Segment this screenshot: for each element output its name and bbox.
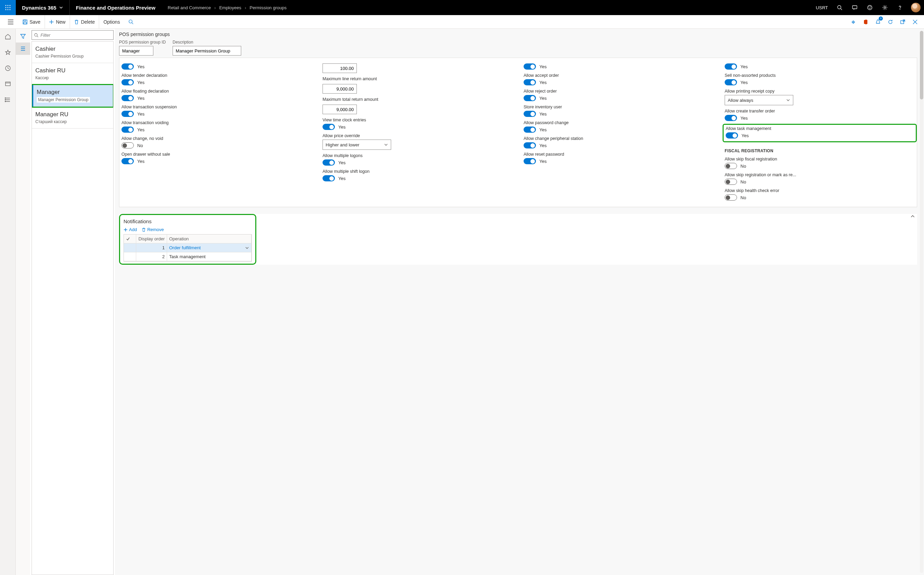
select-input[interactable]: Allow always (725, 95, 793, 105)
scrollbar-thumb[interactable] (920, 31, 923, 99)
toggle-switch[interactable] (726, 132, 738, 138)
toggle-switch[interactable] (121, 95, 134, 101)
svg-point-25 (5, 101, 5, 102)
messages-icon[interactable] (847, 0, 862, 15)
close-icon[interactable] (909, 15, 921, 29)
nav-home-icon[interactable] (0, 30, 16, 43)
action-search-icon[interactable] (124, 15, 138, 29)
toggle-switch[interactable] (323, 159, 335, 165)
help-icon[interactable] (892, 0, 908, 15)
select-all-checkbox[interactable] (124, 235, 136, 243)
display-order-cell[interactable]: 2 (136, 253, 167, 261)
remove-button[interactable]: Remove (142, 227, 164, 232)
toggle-switch[interactable] (524, 79, 536, 86)
number-input[interactable] (323, 105, 357, 114)
new-button[interactable]: New (45, 15, 70, 29)
toggle-switch[interactable] (725, 163, 737, 169)
operation-cell[interactable]: Task management (167, 253, 252, 261)
list-item-subtitle: Старший кассир (35, 119, 110, 124)
toggle-switch[interactable] (524, 111, 536, 117)
toggle-value: Yes (137, 96, 145, 101)
list-item[interactable]: Manager RU Старший кассир (32, 107, 113, 129)
list-item[interactable]: Cashier RU Кассир (32, 63, 113, 85)
toggle-switch[interactable] (524, 142, 536, 148)
toggle-value: Yes (539, 159, 546, 164)
toggle-switch[interactable] (323, 124, 335, 130)
breadcrumb-item[interactable]: Retail and Commerce (168, 5, 211, 10)
toggle-value: Yes (137, 64, 145, 69)
toggle-value: Yes (539, 127, 546, 132)
row-select[interactable] (124, 253, 136, 261)
filter-input-wrapper[interactable] (32, 30, 113, 40)
refresh-icon[interactable] (884, 15, 897, 29)
list-item-selected[interactable]: Manager Manager Permission Group (32, 85, 113, 107)
settings-gear-icon[interactable] (877, 0, 892, 15)
toggle-switch[interactable] (725, 194, 737, 200)
toggle-switch[interactable] (121, 142, 134, 148)
toggle-switch[interactable] (323, 175, 335, 181)
scrollbar[interactable] (920, 31, 923, 573)
toggle-value: No (137, 143, 143, 148)
notifications-icon[interactable]: 0 (872, 15, 884, 29)
toggle-switch[interactable] (121, 64, 134, 70)
popout-icon[interactable] (897, 15, 909, 29)
select-input[interactable]: Higher and lower (323, 140, 391, 150)
list-item-subtitle: Кассир (35, 75, 110, 80)
nav-modules-icon[interactable] (0, 93, 16, 106)
operation-cell[interactable]: Order fulfillment (167, 243, 252, 253)
add-button[interactable]: Add (124, 227, 137, 232)
toggle-switch[interactable] (524, 158, 536, 164)
filter-input[interactable] (40, 33, 111, 38)
description-input[interactable] (173, 46, 241, 56)
list-view-icon[interactable] (16, 43, 30, 55)
toggle-value: Yes (338, 160, 346, 165)
list-item-subtitle: Manager Permission Group (37, 97, 90, 103)
display-order-cell[interactable]: 1 (136, 243, 167, 253)
toggle-switch[interactable] (524, 127, 536, 133)
table-row[interactable]: 1 Order fulfillment (124, 243, 252, 253)
toggle-value: Yes (741, 64, 748, 69)
hamburger-icon[interactable] (3, 19, 19, 24)
toggle-switch[interactable] (121, 111, 134, 117)
group-id-input[interactable] (119, 46, 153, 56)
breadcrumb-item[interactable]: Employees (219, 5, 241, 10)
toggle-switch[interactable] (725, 179, 737, 185)
column-header[interactable]: Display order (136, 235, 167, 243)
toggle-switch[interactable] (121, 158, 134, 164)
svg-point-9 (838, 5, 841, 9)
toggle-switch[interactable] (725, 79, 737, 86)
toggle-switch[interactable] (121, 79, 134, 86)
breadcrumb-item[interactable]: Permission groups (250, 5, 287, 10)
search-icon[interactable] (832, 0, 847, 15)
column-header[interactable]: Operation (167, 235, 252, 243)
toggle-switch[interactable] (121, 127, 134, 133)
toggle-value: Yes (539, 111, 546, 117)
filter-funnel-icon[interactable] (16, 30, 30, 43)
product-brand[interactable]: Dynamics 365 (16, 0, 70, 15)
user-avatar[interactable] (911, 3, 921, 12)
nav-favorites-icon[interactable] (0, 46, 16, 59)
toggle-switch[interactable] (725, 64, 737, 70)
app-launcher-button[interactable] (0, 0, 16, 15)
save-button[interactable]: Save (19, 15, 45, 29)
collapse-chevron-icon[interactable] (908, 214, 917, 219)
notifications-table: Display order Operation 1 Order fulfillm… (124, 234, 252, 262)
list-item[interactable]: Cashier Cashier Permission Group (32, 41, 113, 63)
toggle-switch[interactable] (524, 95, 536, 101)
number-input[interactable] (323, 64, 357, 73)
nav-recent-icon[interactable] (0, 62, 16, 75)
office-icon[interactable] (859, 15, 872, 29)
row-select[interactable] (124, 243, 136, 253)
permission-label: Allow price override (323, 133, 513, 138)
permission-label: Allow create transfer order (725, 109, 915, 113)
toggle-switch[interactable] (524, 64, 536, 70)
company-picker[interactable]: USRT (812, 5, 832, 10)
number-input[interactable] (323, 84, 357, 94)
delete-button[interactable]: Delete (70, 15, 99, 29)
nav-workspaces-icon[interactable] (0, 78, 16, 91)
table-row[interactable]: 2 Task management (124, 253, 252, 261)
attach-icon[interactable] (847, 15, 859, 29)
toggle-switch[interactable] (725, 115, 737, 121)
options-button[interactable]: Options (99, 15, 124, 29)
feedback-smile-icon[interactable] (862, 0, 877, 15)
